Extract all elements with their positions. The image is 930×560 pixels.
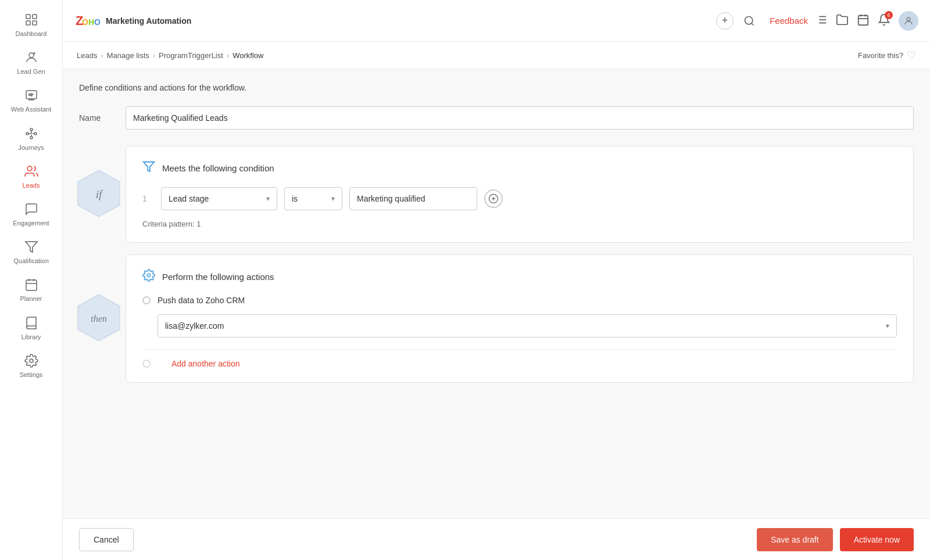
engagement-icon [23, 201, 40, 217]
email-chevron: ▾ [886, 322, 889, 330]
if-card-title: Meets the following condition [162, 163, 274, 173]
sidebar-item-engagement[interactable]: Engagement [0, 195, 62, 233]
svg-line-24 [752, 23, 754, 25]
cancel-button[interactable]: Cancel [79, 528, 134, 551]
action-label: Push data to Zoho CRM [158, 296, 245, 305]
name-input[interactable] [126, 106, 914, 130]
name-row: Name [79, 106, 914, 130]
add-action-row: Add another action [142, 359, 897, 368]
svg-point-35 [907, 17, 910, 21]
action-row: Push data to Zoho CRM [142, 296, 897, 305]
breadcrumb-manage-lists[interactable]: Manage lists [107, 51, 149, 60]
topbar-icons: 6 [815, 11, 918, 31]
criteria-pattern: Criteria pattern: 1 [142, 220, 897, 228]
svg-rect-31 [859, 15, 868, 24]
save-draft-button[interactable]: Save as draft [757, 528, 833, 551]
list-view-icon[interactable] [815, 13, 828, 28]
filter-icon [142, 160, 155, 175]
folder-icon[interactable] [836, 13, 849, 28]
logo-area: Z O H O Marketing Automation [74, 11, 191, 31]
sidebar-label-qualification: Qualification [13, 257, 49, 265]
breadcrumb-sep-1: › [101, 51, 103, 60]
condition-number: 1 [142, 194, 154, 203]
add-action-link[interactable]: Add another action [171, 359, 240, 368]
email-dropdown[interactable]: lisa@zylker.com ▾ [158, 314, 897, 338]
operator-dropdown[interactable]: is ▾ [284, 187, 342, 210]
svg-rect-0 [26, 15, 30, 19]
then-card-header: Perform the following actions [142, 269, 897, 284]
breadcrumb-sep-2: › [153, 51, 155, 60]
action-dot [142, 296, 151, 304]
sidebar-item-qualification[interactable]: Qualification [0, 233, 62, 271]
sidebar-label-settings: Settings [20, 371, 43, 379]
leads-icon [23, 163, 40, 180]
lead-gen-icon [23, 49, 40, 66]
svg-text:H: H [88, 17, 94, 27]
notification-icon[interactable]: 6 [878, 13, 890, 28]
svg-text:O: O [82, 17, 88, 27]
dashboard-icon [23, 12, 40, 28]
product-name: Marketing Automation [106, 16, 191, 26]
settings-icon [23, 353, 40, 369]
value-input: Marketing qualified [349, 187, 477, 210]
favorite-area[interactable]: Favorite this? ♡ [858, 49, 916, 62]
add-button[interactable]: + [716, 12, 734, 30]
sidebar-label-journeys: Journeys [18, 144, 44, 152]
breadcrumb-bar: Leads › Manage lists › ProgramTriggerLis… [63, 42, 930, 69]
favorite-label: Favorite this? [858, 51, 903, 60]
page-content: Define conditions and actions for the wo… [63, 69, 930, 518]
activate-button[interactable]: Activate now [840, 528, 914, 551]
sidebar-label-engagement: Engagement [13, 220, 49, 227]
sidebar-item-settings[interactable]: Settings [0, 347, 62, 385]
svg-point-8 [30, 128, 33, 131]
sidebar-label-web-assistant: Web Assistant [11, 106, 52, 113]
sidebar: Dashboard Lead Gen Web Assistant [0, 0, 63, 560]
gear-icon [142, 269, 155, 284]
search-button[interactable] [741, 12, 758, 30]
topbar: Z O H O Marketing Automation + Feedback [63, 0, 930, 42]
svg-point-7 [26, 132, 28, 135]
breadcrumb-leads[interactable]: Leads [77, 51, 97, 60]
sidebar-item-dashboard[interactable]: Dashboard [0, 6, 62, 44]
feedback-link[interactable]: Feedback [770, 16, 808, 26]
lead-stage-label: Lead stage [169, 194, 209, 203]
svg-marker-12 [26, 242, 37, 252]
calendar-icon[interactable] [857, 13, 870, 28]
svg-rect-1 [33, 15, 37, 19]
sidebar-label-dashboard: Dashboard [16, 30, 47, 38]
sidebar-item-planner[interactable]: Planner [0, 271, 62, 308]
sidebar-item-leads[interactable]: Leads [0, 157, 62, 195]
breadcrumb-program-trigger[interactable]: ProgramTriggerList [159, 51, 223, 60]
avatar[interactable] [899, 11, 918, 31]
sidebar-label-lead-gen: Lead Gen [17, 68, 45, 76]
if-card: Meets the following condition 1 Lead sta… [126, 146, 914, 243]
email-value: lisa@zylker.com [165, 321, 224, 331]
svg-rect-13 [26, 280, 37, 290]
sidebar-label-planner: Planner [20, 295, 42, 303]
then-card-inner: Perform the following actions Push data … [126, 255, 913, 382]
notification-badge: 6 [885, 11, 893, 19]
lead-stage-dropdown[interactable]: Lead stage ▾ [161, 187, 277, 210]
add-action-dot [142, 360, 151, 368]
if-card-header: Meets the following condition [142, 160, 897, 175]
content-area: Leads › Manage lists › ProgramTriggerLis… [63, 42, 930, 560]
breadcrumb-sep-3: › [227, 51, 229, 60]
add-condition-button[interactable] [484, 189, 503, 208]
sidebar-item-library[interactable]: Library [0, 309, 62, 347]
sidebar-item-web-assistant[interactable]: Web Assistant [0, 81, 62, 119]
sidebar-label-library: Library [22, 333, 41, 341]
if-hex-badge: if [73, 168, 124, 221]
sidebar-item-lead-gen[interactable]: Lead Gen [0, 44, 62, 81]
sidebar-item-journeys[interactable]: Journeys [0, 120, 62, 157]
value-text: Marketing qualified [357, 194, 425, 203]
then-card: Perform the following actions Push data … [126, 254, 914, 383]
then-hex-badge: then [73, 292, 124, 346]
main-wrapper: Z O H O Marketing Automation + Feedback [63, 0, 930, 560]
svg-point-6 [28, 94, 30, 96]
svg-rect-3 [33, 21, 37, 25]
operator-label: is [292, 194, 298, 203]
operator-chevron: ▾ [331, 195, 335, 203]
svg-point-10 [30, 137, 33, 139]
card-divider [142, 349, 897, 350]
svg-point-9 [34, 132, 37, 135]
